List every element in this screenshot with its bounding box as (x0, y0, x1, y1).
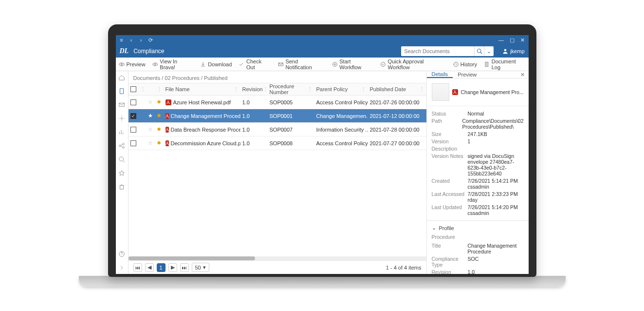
trash-icon[interactable] (118, 183, 125, 190)
profile-label: Revision (432, 269, 468, 274)
table-row[interactable]: ☆ ✹ 人Azure Host Renewal.pdf 1.0 SOP0005 … (129, 96, 426, 109)
page-size-select[interactable]: 50 ▾ (192, 263, 209, 272)
chevron-right-icon[interactable] (118, 264, 125, 271)
refresh-icon[interactable]: ⟳ (148, 37, 154, 43)
settings-icon[interactable] (118, 115, 125, 122)
meta-label: Size (432, 131, 468, 137)
hamburger-icon[interactable]: ≡ (119, 37, 125, 43)
window-minimize-icon[interactable]: — (498, 37, 504, 43)
document-icon[interactable] (118, 88, 125, 95)
column-menu-icon[interactable]: ⋮ (307, 86, 313, 93)
panel-close-icon[interactable]: ✕ (516, 71, 529, 78)
gear-icon[interactable]: ✹ (157, 99, 161, 105)
profile-subheading: Procedure (432, 234, 524, 240)
tab-preview[interactable]: Preview (453, 71, 481, 78)
profile-label: Title (432, 243, 468, 254)
row-checkbox[interactable] (130, 99, 136, 105)
row-checkbox[interactable] (130, 140, 136, 146)
search-sidebar-icon[interactable] (118, 156, 125, 163)
pdf-icon: 人 (166, 99, 171, 105)
cell-parent-policy: Access Control Policy (314, 140, 368, 146)
pager-last-icon[interactable]: ⏭ (180, 263, 189, 272)
svg-point-16 (119, 145, 121, 147)
svg-point-2 (504, 49, 507, 52)
user-menu[interactable]: jkemp (502, 48, 524, 54)
col-revision[interactable]: Revision (242, 86, 263, 92)
mail-icon[interactable] (118, 101, 125, 108)
svg-point-18 (123, 147, 125, 149)
profile-section-toggle[interactable]: Profile (432, 225, 524, 231)
view-brava-button[interactable]: View In Brava! (152, 58, 194, 70)
column-menu-icon[interactable]: ⋮ (233, 86, 239, 93)
gear-icon[interactable]: ✹ (157, 126, 161, 133)
svg-point-5 (152, 63, 157, 66)
cell-parent-policy: Access Control Policy (314, 99, 368, 105)
cell-procedure-number: SOP0007 (268, 127, 314, 133)
table-row[interactable]: ☆ ✹ 人Decommission Azure Cloud.pdf 1.0 SO… (129, 136, 426, 150)
breadcrumb-item[interactable]: Documents (133, 75, 161, 81)
panel-title: Change Management Pro... (461, 89, 524, 95)
pager-first-icon[interactable]: ⏮ (133, 263, 142, 272)
select-all-checkbox[interactable] (130, 86, 136, 92)
row-checkbox[interactable] (130, 127, 136, 133)
tab-details[interactable]: Details (427, 71, 453, 78)
col-published-date[interactable]: Published Date (370, 86, 406, 92)
pager-page-current[interactable]: 1 (157, 263, 166, 272)
window-close-icon[interactable]: ✕ (520, 37, 526, 43)
horizontal-scrollbar[interactable] (129, 256, 426, 260)
document-log-button[interactable]: Document Log (484, 58, 526, 70)
brand-logo: DL (120, 47, 129, 55)
star-icon[interactable]: ☆ (148, 140, 153, 146)
meta-value: Normal (468, 111, 524, 117)
column-menu-icon[interactable]: ⋮ (361, 86, 366, 93)
help-icon[interactable] (118, 251, 125, 257)
send-notification-button[interactable]: Send Notification (278, 58, 325, 70)
nav-forward-icon[interactable]: › (138, 37, 144, 43)
meta-value: signed via DocuSign envelope 27480ea7-62… (468, 153, 524, 176)
pager-prev-icon[interactable]: ◀ (145, 263, 154, 272)
star-sidebar-icon[interactable] (118, 170, 125, 176)
table-row[interactable]: ☆ ✹ 人Data Breach Response Procedure.pdf … (129, 123, 426, 136)
quick-approval-button[interactable]: Quick Approval Workflow (380, 58, 446, 70)
col-procedure-number[interactable]: Procedure Number (270, 83, 307, 95)
table-row[interactable]: ★ ✹ 人Change Management Procedure.pdf 1.0… (129, 109, 426, 123)
home-icon[interactable] (118, 74, 125, 81)
cell-parent-policy: Information Security ... (314, 127, 368, 133)
gear-icon[interactable]: ✹ (157, 113, 161, 119)
header-menu-icon[interactable]: ⋮ (140, 86, 146, 93)
brand-title: Compliance (133, 48, 164, 55)
pdf-icon: 人 (166, 113, 169, 119)
file-name: Azure Host Renewal.pdf (173, 99, 231, 105)
cell-published-date: 2021-07-27 00:00:00 (368, 140, 426, 146)
history-button[interactable]: History (453, 61, 477, 67)
nav-back-icon[interactable]: ‹ (129, 37, 134, 43)
laptop-base (79, 276, 566, 287)
search-input[interactable] (401, 48, 474, 54)
col-file-name[interactable]: File Name (166, 86, 190, 92)
star-icon[interactable]: ☆ (148, 99, 153, 105)
chevron-down-icon: ▾ (203, 264, 206, 271)
star-icon[interactable]: ☆ (148, 126, 153, 133)
breadcrumb-item[interactable]: 02 Procedures (165, 75, 200, 81)
header-menu-icon[interactable]: ⋮ (157, 86, 162, 93)
window-maximize-icon[interactable]: ▢ (509, 37, 515, 43)
star-icon[interactable]: ★ (148, 113, 153, 119)
chart-icon[interactable] (118, 129, 125, 136)
checkout-button[interactable]: Check Out (239, 58, 271, 70)
share-icon[interactable] (118, 142, 125, 149)
start-workflow-button[interactable]: Start Workflow (332, 58, 373, 70)
download-button[interactable]: Download (200, 61, 232, 67)
file-name: Change Management Procedure.pdf (171, 113, 240, 119)
pager-next-icon[interactable]: ▶ (168, 263, 177, 272)
svg-point-6 (154, 63, 156, 65)
row-checkbox[interactable] (130, 113, 136, 119)
cell-procedure-number: SOP0001 (268, 113, 314, 119)
col-parent-policy[interactable]: Parent Policy (316, 86, 348, 92)
meta-value: 7/26/2021 5:14:20 PM cssadmin (468, 204, 524, 216)
search-dropdown-icon[interactable]: ⌄ (484, 46, 494, 56)
search-icon[interactable] (474, 46, 484, 56)
preview-button[interactable]: Preview (119, 61, 146, 67)
gear-icon[interactable]: ✹ (157, 140, 161, 146)
column-menu-icon[interactable]: ⋮ (419, 86, 424, 93)
pdf-icon: 人 (452, 89, 458, 95)
